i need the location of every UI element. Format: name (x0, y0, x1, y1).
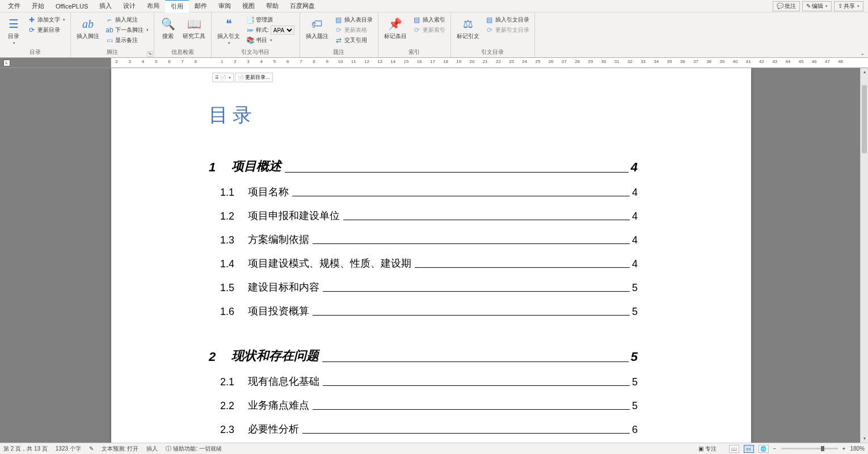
dialog-launcher[interactable]: ⬊ (147, 51, 153, 57)
language-indicator[interactable]: ✎ (89, 445, 94, 452)
toc-entry-number: 2.2 (220, 400, 234, 412)
toc-entry[interactable]: 1项目概述4 (209, 158, 638, 175)
style-dropdown[interactable]: APA (271, 26, 294, 35)
word-count[interactable]: 1323 个字 (56, 445, 81, 453)
toc-field-menu[interactable]: ⠿📄▾ (212, 73, 234, 82)
zoom-slider[interactable] (781, 448, 838, 449)
toc-entry[interactable]: 1.1项目名称4 (220, 185, 638, 199)
insert-citation-button[interactable]: ❝ 插入引文▾ (215, 15, 242, 47)
search-icon: 🔍 (160, 16, 176, 32)
page-indicator[interactable]: 第 2 页，共 13 页 (3, 445, 48, 453)
scroll-down-arrow[interactable]: ▾ (861, 435, 868, 443)
toc-entry-number: 2.1 (220, 376, 234, 388)
tab-baidu[interactable]: 百度网盘 (284, 0, 321, 12)
show-notes-button[interactable]: ▭显示备注 (104, 35, 150, 45)
toc-update-field[interactable]: 📄更新目录... (235, 73, 273, 82)
research-tool-button[interactable]: 📖 研究工具 (180, 15, 208, 40)
tab-home[interactable]: 开始 (26, 0, 50, 12)
toc-entry[interactable]: 1.2项目申报和建设单位4 (220, 209, 638, 222)
group-label: 信息检索 (158, 48, 208, 56)
tab-layout[interactable]: 布局 (141, 0, 165, 12)
update-toc-button[interactable]: ⟳更新目录 (26, 25, 67, 35)
insert-tof-button[interactable]: ▤插入表目录 (333, 15, 374, 25)
toc-entry-number: 2.3 (220, 424, 234, 436)
insert-endnote-button[interactable]: ⌐插入尾注 (104, 15, 150, 25)
tab-mailings[interactable]: 邮件 (189, 0, 213, 12)
vertical-scrollbar[interactable]: ▴ ▾ (860, 68, 868, 443)
citation-style-select[interactable]: ≔样式: APA (245, 25, 296, 35)
mark-citation-button[interactable]: ⚖ 标记引文 (454, 15, 482, 40)
share-button[interactable]: ⇪共享▾ (834, 1, 863, 11)
document-page[interactable]: ⠿📄▾ 📄更新目录... 目录 1项目概述41.1项目名称41.2项目申报和建设… (111, 68, 751, 443)
tab-review[interactable]: 审阅 (213, 0, 237, 12)
refresh-icon: ⟳ (28, 26, 36, 34)
toc-leader (323, 385, 630, 386)
toc-entry[interactable]: 1.4项目建设模式、规模、性质、建设期4 (220, 257, 638, 270)
toc-button[interactable]: ☰ 目录▾ (3, 15, 24, 47)
ribbon-collapse-icon[interactable]: ⌄ (860, 50, 865, 56)
next-footnote-button[interactable]: ab下一条脚注▾ (104, 25, 150, 35)
insert-index-button[interactable]: ▤插入索引 (411, 15, 447, 25)
toc-entry[interactable]: 1.5建设目标和内容5 (220, 280, 638, 294)
toc-entry-number: 1.3 (220, 234, 234, 246)
text-prediction[interactable]: 文本预测: 打开 (102, 445, 139, 453)
toc-entry[interactable]: 1.3方案编制依据4 (220, 233, 638, 246)
toc-entry-text: 必要性分析 (248, 422, 299, 436)
zoom-level[interactable]: 180% (850, 445, 865, 452)
zoom-in-button[interactable]: + (842, 445, 846, 452)
web-layout-button[interactable]: 🌐 (759, 445, 769, 453)
bibliography-button[interactable]: 📚书目▾ (245, 35, 296, 45)
toc-title: 目录 (209, 102, 751, 128)
toc-field-controls: ⠿📄▾ 📄更新目录... (212, 73, 273, 82)
update-table-button[interactable]: ⟳更新表格 (333, 25, 374, 35)
manage-sources-button[interactable]: 📑管理源 (245, 15, 296, 25)
read-mode-button[interactable]: 📖 (729, 445, 739, 453)
crossref-icon: ⇄ (335, 36, 343, 44)
tab-stop-selector[interactable]: L (3, 60, 10, 66)
add-text-button[interactable]: ✚添加文字▾ (26, 15, 67, 25)
toc-entry-text: 项目建设模式、规模、性质、建设期 (248, 257, 411, 270)
insert-caption-button[interactable]: 🏷 插入题注 (304, 15, 331, 40)
tab-references[interactable]: 引用 (165, 0, 189, 12)
toc-entry[interactable]: 2.2业务痛点难点5 (220, 398, 638, 412)
toc-entry[interactable]: 1.6项目投资概算5 (220, 304, 638, 318)
insert-footnote-button[interactable]: ab 插入脚注 (74, 15, 102, 40)
document-area: ⠿📄▾ 📄更新目录... 目录 1项目概述41.1项目名称41.2项目申报和建设… (0, 68, 868, 443)
tab-officeplus[interactable]: OfficePLUS (50, 1, 94, 11)
insert-mode[interactable]: 插入 (146, 445, 158, 453)
toc-leader (322, 361, 629, 362)
toc-entry-text: 项目投资概算 (248, 304, 309, 318)
focus-mode-button[interactable]: ▣专注 (698, 445, 717, 453)
zoom-handle[interactable] (821, 446, 824, 451)
doc-icon: 📄 (220, 75, 226, 81)
tab-file[interactable]: 文件 (2, 0, 26, 12)
accessibility-status[interactable]: ⓘ辅助功能: 一切就绪 (166, 445, 222, 453)
horizontal-ruler[interactable]: 8765432123456789101112131415161718192021… (111, 58, 868, 68)
update-toa-button[interactable]: ⟳更新引文目录 (484, 25, 531, 35)
print-layout-button[interactable]: ▭ (744, 445, 754, 453)
toc-entry[interactable]: 2现状和存在问题5 (209, 347, 638, 364)
scroll-thumb[interactable] (862, 85, 867, 153)
update-index-button[interactable]: ⟳更新索引 (411, 25, 447, 35)
style-icon: ≔ (246, 26, 254, 34)
toc-entry[interactable]: 2.3必要性分析6 (220, 422, 638, 436)
comments-button[interactable]: 💬批注 (773, 1, 800, 11)
scroll-up-arrow[interactable]: ▴ (861, 68, 868, 76)
edit-button[interactable]: ✎编辑▾ (802, 1, 832, 11)
search-button[interactable]: 🔍 搜索 (158, 15, 178, 40)
toc-entry-text: 项目概述 (231, 158, 281, 175)
cross-ref-button[interactable]: ⇄交叉引用 (333, 35, 374, 45)
toc-entry-number: 1 (209, 160, 216, 175)
zoom-out-button[interactable]: − (773, 445, 777, 452)
tab-design[interactable]: 设计 (117, 0, 141, 12)
grip-icon: ⠿ (215, 75, 219, 81)
tab-insert[interactable]: 插入 (94, 0, 117, 12)
refresh-icon: ⟳ (486, 26, 494, 34)
tab-help[interactable]: 帮助 (260, 0, 284, 12)
tab-view[interactable]: 视图 (237, 0, 260, 12)
sources-icon: 📑 (246, 16, 254, 24)
insert-toa-button[interactable]: ▤插入引文目录 (484, 15, 531, 25)
mark-entry-button[interactable]: 📌 标记条目 (382, 15, 409, 40)
group-label: 题注 (304, 48, 374, 56)
toc-entry[interactable]: 2.1现有信息化基础5 (220, 375, 638, 388)
